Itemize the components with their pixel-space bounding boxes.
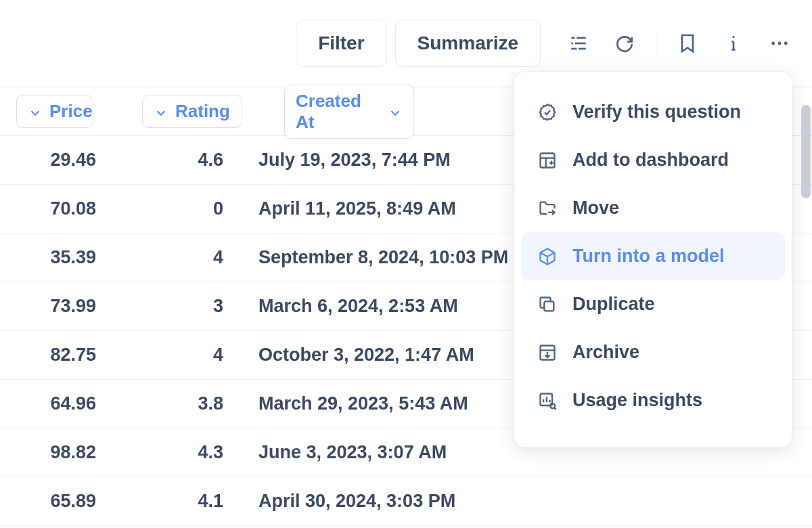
svg-point-10 (771, 42, 775, 45)
menu-item-turn-into-model[interactable]: Turn into a model (521, 232, 785, 280)
svg-point-11 (778, 42, 782, 45)
filter-button[interactable]: Filter (296, 20, 386, 67)
archive-icon (537, 343, 558, 363)
chevron-down-icon (28, 104, 43, 119)
folder-move-icon (537, 198, 558, 219)
bookmark-icon[interactable] (669, 24, 706, 62)
scrollbar-thumb[interactable] (801, 105, 811, 198)
cell-created: April 30, 2024, 3:03 PM (240, 491, 812, 512)
menu-label: Duplicate (572, 294, 655, 315)
svg-line-29 (555, 408, 556, 409)
duplicate-icon (537, 294, 558, 315)
editor-icon[interactable] (560, 24, 597, 62)
more-icon[interactable] (761, 24, 798, 62)
chevron-down-icon (154, 104, 168, 119)
svg-point-28 (550, 403, 555, 408)
cell-rating: 4 (104, 247, 240, 268)
column-header-rating[interactable]: Rating (142, 95, 242, 128)
menu-item-move[interactable]: Move (521, 184, 785, 232)
menu-item-duplicate[interactable]: Duplicate (521, 280, 785, 328)
cell-rating: 0 (104, 198, 240, 219)
cell-rating: 4.3 (104, 442, 240, 463)
verified-badge-icon (537, 102, 558, 123)
toolbar-divider (656, 30, 656, 57)
cell-price: 65.89 (16, 491, 104, 512)
svg-rect-20 (544, 301, 554, 311)
cell-rating: 3 (104, 296, 240, 317)
menu-item-add-dashboard[interactable]: Add to dashboard (521, 136, 785, 184)
svg-rect-13 (541, 153, 555, 167)
summarize-button[interactable]: Summarize (395, 20, 541, 67)
cell-price: 70.08 (16, 198, 104, 219)
cell-price: 35.39 (16, 247, 104, 268)
info-icon[interactable] (715, 24, 752, 62)
chevron-down-icon (388, 104, 403, 119)
menu-item-usage-insights[interactable]: Usage insights (521, 376, 785, 424)
svg-point-12 (784, 42, 788, 45)
cell-rating: 3.8 (104, 393, 240, 414)
model-cube-icon (537, 246, 558, 267)
cell-rating: 4 (104, 345, 240, 366)
menu-item-verify[interactable]: Verify this question (521, 88, 785, 136)
insights-icon (537, 391, 558, 411)
context-menu: Verify this question Add to dashboard Mo… (514, 72, 792, 447)
menu-label: Turn into a model (572, 246, 725, 267)
cell-price: 98.82 (16, 442, 104, 463)
refresh-icon[interactable] (606, 24, 644, 62)
cell-price: 64.96 (16, 393, 104, 414)
cell-price: 29.46 (16, 150, 104, 171)
menu-label: Move (572, 198, 619, 219)
column-header-created-at[interactable]: Created At (284, 85, 414, 139)
cell-rating: 4.6 (104, 150, 240, 171)
dashboard-add-icon (537, 150, 558, 171)
menu-label: Add to dashboard (572, 150, 729, 171)
menu-label: Usage insights (572, 390, 702, 411)
svg-point-6 (732, 36, 734, 38)
menu-label: Archive (572, 342, 639, 363)
column-header-price[interactable]: Price (16, 95, 93, 128)
menu-label: Verify this question (572, 102, 741, 123)
column-label: Price (49, 101, 93, 122)
column-label: Created At (296, 91, 381, 133)
cell-price: 82.75 (16, 345, 104, 366)
table-row[interactable]: 65.89 4.1 April 30, 2024, 3:03 PM (0, 477, 812, 526)
menu-item-archive[interactable]: Archive (521, 328, 785, 376)
cell-price: 73.99 (16, 296, 104, 317)
cell-rating: 4.1 (104, 491, 240, 512)
column-label: Rating (175, 101, 230, 122)
